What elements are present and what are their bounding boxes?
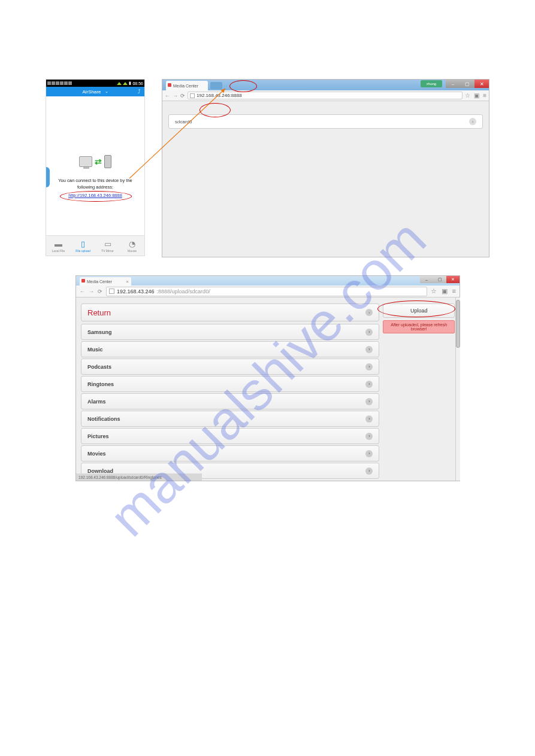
folder-name: Podcasts	[87, 364, 111, 370]
reload-button[interactable]: ⟳	[98, 289, 102, 294]
phone-app-header: AirShare ⌄ ⤴	[46, 87, 144, 96]
mouse-icon: ◔	[129, 239, 135, 248]
browser1-body: sdcard0 ›	[162, 101, 489, 257]
phone-status-bar: ▮ 08:56	[46, 80, 144, 87]
status-bar: 192.168.43.246:8888/upload/sdcard0/Ringt…	[76, 473, 202, 481]
nav-mouse[interactable]: ◔ Mouse	[120, 236, 144, 256]
chevron-right-icon: ›	[365, 415, 373, 423]
menu-icon[interactable]: ≡	[452, 287, 456, 295]
chevron-right-icon: ›	[365, 398, 373, 405]
page-icon	[109, 289, 114, 294]
browser2-address-bar: ← → ⟳ 192.168.43.246:8888/upload/sdcard0…	[76, 286, 460, 297]
signal-icon	[123, 82, 128, 85]
reload-button[interactable]: ⟳	[180, 93, 185, 99]
folder-name: Pictures	[87, 433, 109, 439]
signal-icon	[117, 82, 122, 85]
browser1-tab[interactable]: Media Center	[166, 81, 208, 90]
address-input[interactable]: 192.168.43.246:8888	[188, 92, 463, 99]
chevron-down-icon: ⌄	[105, 89, 108, 94]
nav-local-file[interactable]: ▬ Local File	[46, 236, 71, 256]
maximize-button[interactable]: ▢	[460, 80, 474, 88]
forward-button[interactable]: →	[173, 93, 178, 99]
browser2-titlebar: Media Center × – ▢ ✕	[76, 276, 460, 286]
top-row: ▮ 08:56 AirShare ⌄ ⤴ ⇄ You can connect t…	[46, 79, 490, 259]
minimize-button[interactable]: –	[446, 80, 460, 88]
return-row[interactable]: Return ›	[81, 303, 379, 321]
nav-label: TV Mirror	[101, 249, 114, 253]
connect-line1: You can connect to this device by the	[46, 178, 144, 184]
monitor-icon	[79, 156, 92, 167]
address-input[interactable]: 192.168.43.246:8888/upload/sdcard0/	[106, 287, 427, 296]
scroll-thumb[interactable]	[456, 300, 460, 348]
url-text: 192.168.43.246:8888	[197, 93, 242, 98]
star-icon[interactable]: ☆	[465, 92, 470, 99]
browser-user-badge[interactable]: zhong	[421, 80, 442, 87]
nav-label: Mouse	[128, 249, 137, 253]
status-icons-left	[47, 81, 72, 85]
browser1-titlebar: Media Center zhong – ▢ ✕	[162, 80, 489, 90]
phone-screenshot: ▮ 08:56 AirShare ⌄ ⤴ ⇄ You can connect t…	[46, 79, 145, 256]
browser2-body: Return › Samsung› Music› Podcasts› Ringt…	[76, 297, 460, 481]
folder-row[interactable]: Notifications›	[81, 411, 379, 427]
phone-time: 08:56	[132, 81, 143, 86]
connect-line2: following address:	[46, 184, 144, 191]
window-controls: – ▢ ✕	[420, 276, 460, 283]
scrollbar[interactable]	[455, 297, 460, 481]
folder-row[interactable]: Alarms›	[81, 393, 379, 409]
folder-icon: ▬	[55, 239, 62, 248]
nav-label: Local File	[52, 249, 65, 253]
menu-icon[interactable]: ≡	[483, 92, 486, 99]
folder-name: Download	[87, 468, 113, 474]
chevron-right-icon: ›	[365, 363, 373, 371]
chevron-right-icon: ›	[365, 309, 373, 316]
phone-app-title: AirShare	[82, 89, 101, 95]
folder-row[interactable]: Pictures›	[81, 428, 379, 444]
tv-icon: ▭	[104, 239, 111, 248]
new-tab-button[interactable]	[210, 82, 222, 89]
tab-close-icon[interactable]: ×	[126, 279, 129, 284]
red-oval-address	[229, 80, 257, 92]
folder-name: sdcard0	[175, 119, 192, 125]
folder-row[interactable]: Ringtones›	[81, 376, 379, 392]
folder-name: Notifications	[87, 416, 120, 422]
back-button[interactable]: ←	[80, 289, 85, 294]
upload-icon: ▯	[81, 239, 85, 248]
folder-row[interactable]: Movies›	[81, 445, 379, 462]
maximize-button[interactable]: ▢	[433, 276, 446, 283]
folder-row[interactable]: Samsung›	[81, 324, 379, 340]
phone-bottom-nav: ▬ Local File ▯ File upload ▭ TV Mirror ◔…	[46, 235, 144, 256]
chevron-right-icon: ›	[365, 329, 373, 336]
star-icon[interactable]: ☆	[431, 287, 437, 295]
minimize-button[interactable]: –	[420, 276, 433, 283]
upload-panel: Upload After uploaded, please refresh br…	[383, 303, 455, 481]
nav-file-upload[interactable]: ▯ File upload	[71, 236, 95, 256]
chevron-right-icon: ›	[365, 381, 373, 388]
chevron-right-icon: ›	[365, 346, 373, 353]
upload-button[interactable]: Upload	[383, 303, 455, 318]
folder-name: Movies	[87, 451, 106, 457]
tab-label: Media Center	[87, 280, 112, 284]
close-button[interactable]: ✕	[474, 80, 489, 88]
folder-name: Samsung	[87, 329, 112, 335]
nav-tv-mirror[interactable]: ▭ TV Mirror	[95, 236, 120, 256]
extension-icon[interactable]: ▣	[474, 92, 479, 99]
folder-row[interactable]: Music›	[81, 341, 379, 357]
close-button[interactable]: ✕	[446, 276, 460, 283]
arrows-icon: ⇄	[95, 157, 102, 166]
share-icon: ⤴	[138, 89, 141, 95]
phone-icon	[104, 155, 111, 168]
red-oval-upload	[377, 300, 455, 317]
url-path: :8888/upload/sdcard0/	[157, 289, 210, 294]
browser2-tab[interactable]: Media Center ×	[80, 277, 131, 286]
folder-row[interactable]: Podcasts›	[81, 359, 379, 375]
status-text: 192.168.43.246:8888/upload/sdcard0/Ringt…	[78, 475, 162, 479]
forward-button[interactable]: →	[89, 289, 94, 294]
extension-icon[interactable]: ▣	[442, 287, 448, 295]
chevron-right-icon: ›	[365, 467, 373, 475]
red-oval-phone-url	[60, 191, 132, 202]
back-button[interactable]: ←	[165, 93, 170, 99]
folder-name: Alarms	[87, 399, 106, 405]
folder-list: Return › Samsung› Music› Podcasts› Ringt…	[81, 303, 379, 481]
chevron-right-icon: ›	[365, 433, 373, 440]
status-right: ▮ 08:56	[117, 81, 143, 86]
